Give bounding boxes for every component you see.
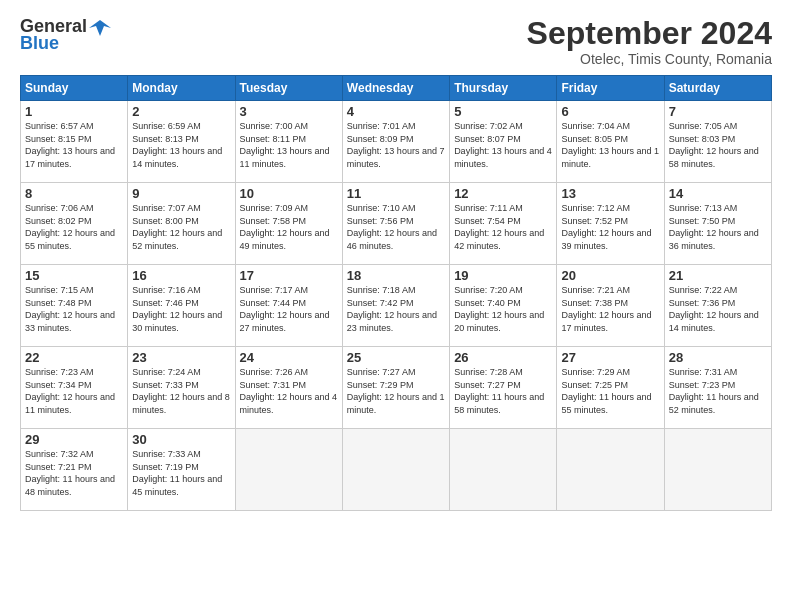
header-tuesday: Tuesday [235, 76, 342, 101]
calendar-cell-14: 14Sunrise: 7:13 AM Sunset: 7:50 PM Dayli… [664, 183, 771, 265]
calendar-cell-30: 30Sunrise: 7:33 AM Sunset: 7:19 PM Dayli… [128, 429, 235, 511]
calendar-header-row: Sunday Monday Tuesday Wednesday Thursday… [21, 76, 772, 101]
header-friday: Friday [557, 76, 664, 101]
calendar-cell-4: 4Sunrise: 7:01 AM Sunset: 8:09 PM Daylig… [342, 101, 449, 183]
calendar-cell-22: 22Sunrise: 7:23 AM Sunset: 7:34 PM Dayli… [21, 347, 128, 429]
logo-blue: Blue [20, 33, 59, 54]
location-subtitle: Otelec, Timis County, Romania [527, 51, 772, 67]
calendar-cell-1: 1Sunrise: 6:57 AM Sunset: 8:15 PM Daylig… [21, 101, 128, 183]
calendar-cell-empty [235, 429, 342, 511]
header-thursday: Thursday [450, 76, 557, 101]
calendar-cell-27: 27Sunrise: 7:29 AM Sunset: 7:25 PM Dayli… [557, 347, 664, 429]
calendar-cell-2: 2Sunrise: 6:59 AM Sunset: 8:13 PM Daylig… [128, 101, 235, 183]
calendar-table: Sunday Monday Tuesday Wednesday Thursday… [20, 75, 772, 511]
header-sunday: Sunday [21, 76, 128, 101]
calendar-cell-5: 5Sunrise: 7:02 AM Sunset: 8:07 PM Daylig… [450, 101, 557, 183]
calendar-cell-25: 25Sunrise: 7:27 AM Sunset: 7:29 PM Dayli… [342, 347, 449, 429]
logo: General Blue [20, 16, 111, 54]
calendar-cell-28: 28Sunrise: 7:31 AM Sunset: 7:23 PM Dayli… [664, 347, 771, 429]
logo-bird-icon [89, 18, 111, 36]
calendar-cell-16: 16Sunrise: 7:16 AM Sunset: 7:46 PM Dayli… [128, 265, 235, 347]
calendar-cell-empty [450, 429, 557, 511]
calendar-cell-19: 19Sunrise: 7:20 AM Sunset: 7:40 PM Dayli… [450, 265, 557, 347]
calendar-cell-15: 15Sunrise: 7:15 AM Sunset: 7:48 PM Dayli… [21, 265, 128, 347]
calendar-cell-20: 20Sunrise: 7:21 AM Sunset: 7:38 PM Dayli… [557, 265, 664, 347]
svg-marker-0 [89, 20, 111, 36]
calendar-cell-empty [342, 429, 449, 511]
header-wednesday: Wednesday [342, 76, 449, 101]
calendar-cell-empty [557, 429, 664, 511]
calendar-cell-3: 3Sunrise: 7:00 AM Sunset: 8:11 PM Daylig… [235, 101, 342, 183]
header-monday: Monday [128, 76, 235, 101]
calendar-cell-23: 23Sunrise: 7:24 AM Sunset: 7:33 PM Dayli… [128, 347, 235, 429]
calendar-cell-empty [664, 429, 771, 511]
calendar-cell-10: 10Sunrise: 7:09 AM Sunset: 7:58 PM Dayli… [235, 183, 342, 265]
calendar-cell-13: 13Sunrise: 7:12 AM Sunset: 7:52 PM Dayli… [557, 183, 664, 265]
month-title: September 2024 [527, 16, 772, 51]
calendar-cell-9: 9Sunrise: 7:07 AM Sunset: 8:00 PM Daylig… [128, 183, 235, 265]
calendar-cell-17: 17Sunrise: 7:17 AM Sunset: 7:44 PM Dayli… [235, 265, 342, 347]
header-area: General Blue September 2024 Otelec, Timi… [20, 16, 772, 67]
calendar-cell-29: 29Sunrise: 7:32 AM Sunset: 7:21 PM Dayli… [21, 429, 128, 511]
calendar-cell-7: 7Sunrise: 7:05 AM Sunset: 8:03 PM Daylig… [664, 101, 771, 183]
calendar-cell-8: 8Sunrise: 7:06 AM Sunset: 8:02 PM Daylig… [21, 183, 128, 265]
calendar-cell-12: 12Sunrise: 7:11 AM Sunset: 7:54 PM Dayli… [450, 183, 557, 265]
header-saturday: Saturday [664, 76, 771, 101]
calendar-cell-6: 6Sunrise: 7:04 AM Sunset: 8:05 PM Daylig… [557, 101, 664, 183]
calendar-cell-11: 11Sunrise: 7:10 AM Sunset: 7:56 PM Dayli… [342, 183, 449, 265]
calendar-cell-21: 21Sunrise: 7:22 AM Sunset: 7:36 PM Dayli… [664, 265, 771, 347]
calendar-cell-26: 26Sunrise: 7:28 AM Sunset: 7:27 PM Dayli… [450, 347, 557, 429]
page: General Blue September 2024 Otelec, Timi… [0, 0, 792, 612]
title-area: September 2024 Otelec, Timis County, Rom… [527, 16, 772, 67]
calendar-cell-18: 18Sunrise: 7:18 AM Sunset: 7:42 PM Dayli… [342, 265, 449, 347]
calendar-cell-24: 24Sunrise: 7:26 AM Sunset: 7:31 PM Dayli… [235, 347, 342, 429]
